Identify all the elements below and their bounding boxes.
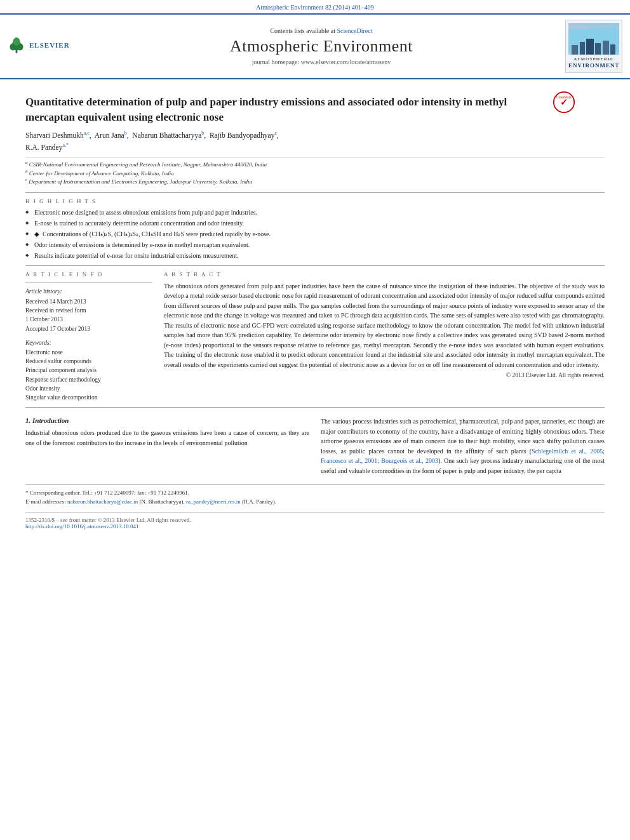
affiliation-b: b Center for Development of Advance Comp… [25,169,605,178]
intro-columns: 1. Introduction Industrial obnoxious odo… [25,417,605,476]
highlight-item-4: Odor intensity of emissions is determine… [25,241,605,250]
history-item-1: Received 14 March 2013 [25,297,152,306]
doi-line: http://dx.doi.org/10.1016/j.atmosenv.201… [25,523,605,530]
elsevier-tree-icon [8,36,25,54]
svg-rect-11 [610,44,615,55]
abstract-label: A B S T R A C T [164,271,605,277]
intro-left-col: 1. Introduction Industrial obnoxious odo… [25,417,309,476]
keyword-6: Singular value decomposition [25,393,152,402]
info-divider [25,283,152,283]
highlights-label: H I G H L I G H T S [25,198,605,204]
svg-rect-7 [580,42,585,55]
logo-image [568,23,619,55]
sciencedirect-link[interactable]: ScienceDirect [337,27,372,34]
svg-rect-9 [595,43,601,55]
author-3: Nabarun Bhattacharyya [132,131,201,139]
abstract-text: The obnoxious odors generated from pulp … [164,281,605,370]
journal-logo: ATMOSPHERIC ENVIRONMENT [565,20,622,73]
email-link-1[interactable]: nabarun.bhattacharya@cdac.in [67,498,138,505]
elsevier-logo-area: ELSEVIER [8,36,77,57]
highlight-item-3: ◆ Concentrations of (CH₃)₂S, (CH₃)₂S₂, C… [25,230,605,239]
article-info-label: A R T I C L E I N F O [25,271,152,277]
svg-rect-10 [603,41,609,55]
keyword-2: Reduced sulfur compounds [25,357,152,366]
keyword-3: Principal component analysis [25,366,152,375]
intro-left-text: Industrial obnoxious odors produced due … [25,428,309,448]
crossmark-icon: ✓ CrossMark [553,91,575,114]
keyword-4: Response surface methodology [25,375,152,384]
history-label: Article history: [25,288,152,295]
highlight-item-5: Results indicate potential of e-nose for… [25,251,605,260]
svg-text:CrossMark: CrossMark [556,95,572,98]
ref-link-1[interactable]: Schlegelmilch et al., 2005; Francesco et… [321,448,605,465]
citation-text: Atmospheric Environment 82 (2014) 401–40… [256,4,374,11]
journal-citation: Atmospheric Environment 82 (2014) 401–40… [0,0,630,13]
journal-title: Atmospheric Environment [84,37,559,56]
author-1: Sharvari Deshmukh [25,131,84,139]
svg-rect-6 [572,45,578,55]
footnote-area: * Corresponding author. Tel.: +91 712 22… [25,484,605,506]
crossmark-area: ✓ CrossMark [553,91,575,115]
introduction-section: 1. Introduction Industrial obnoxious odo… [25,417,605,476]
affiliations-section: a CSIR-National Environmental Engineerin… [25,157,605,186]
copyright-line: © 2013 Elsevier Ltd. All rights reserved… [164,372,605,378]
intro-right-text: The various process industries such as p… [321,417,605,476]
bottom-bar: 1352-2310/$ – see front matter © 2013 El… [25,512,605,530]
affiliation-a: a CSIR-National Environmental Engineerin… [25,160,605,169]
affiliation-c: c Department of Instrumentation and Elec… [25,177,605,186]
doi-link[interactable]: http://dx.doi.org/10.1016/j.atmosenv.201… [25,523,139,530]
homepage-line: journal homepage: www.elsevier.com/locat… [84,58,559,65]
contents-line: Contents lists available at ScienceDirec… [84,27,559,34]
footnote-email: E-mail addresses: nabarun.bhattacharya@c… [25,498,605,507]
svg-point-4 [13,37,20,46]
article-title: Quantitative determination of pulp and p… [25,95,546,125]
divider-2 [25,265,605,266]
highlight-item-1: Electronic nose designed to assess obnox… [25,208,605,217]
keywords-label: Keywords: [25,340,152,346]
highlight-item-2: E-nose is trained to accurately determin… [25,219,605,228]
author-5: R.A. Pandey [25,143,62,151]
author-2: Arun Jana [95,131,124,139]
author-4: Rajib Bandyopadhyay [210,131,275,139]
divider-3 [25,407,605,408]
issn-line: 1352-2310/$ – see front matter © 2013 El… [25,517,605,523]
history-item-2: Received in revised form [25,306,152,315]
divider-1 [25,192,605,193]
email-link-2[interactable]: ra_pandey@neeri.res.in [186,498,241,505]
logo-atm: ATMOSPHERIC [568,57,619,62]
intro-right-col: The various process industries such as p… [321,417,605,476]
svg-rect-8 [586,39,594,55]
logo-env: ENVIRONMENT [568,62,619,70]
highlights-section: H I G H L I G H T S Electronic nose desi… [25,198,605,260]
keywords-section: Keywords: Electronic nose Reduced sulfur… [25,340,152,403]
footnote-corresponding: * Corresponding author. Tel.: +91 712 22… [25,489,605,498]
keyword-5: Odor intensity [25,384,152,393]
main-content: Quantitative determination of pulp and p… [0,79,630,530]
abstract-col: A B S T R A C T The obnoxious odors gene… [164,271,605,403]
info-abstract-area: A R T I C L E I N F O Article history: R… [25,271,605,403]
journal-header: ELSEVIER Contents lists available at Sci… [0,13,630,79]
elsevier-label: ELSEVIER [29,41,70,49]
history-item-3: 1 October 2013 [25,315,152,324]
keyword-1: Electronic nose [25,348,152,357]
journal-title-area: Contents lists available at ScienceDirec… [84,27,559,65]
article-info-col: A R T I C L E I N F O Article history: R… [25,271,152,403]
authors-line: Sharvari Deshmukha,c, Arun Janab, Nabaru… [25,130,605,153]
intro-heading: 1. Introduction [25,417,309,424]
history-item-4: Accepted 17 October 2013 [25,324,152,333]
journal-logo-area: ATMOSPHERIC ENVIRONMENT [565,20,622,73]
